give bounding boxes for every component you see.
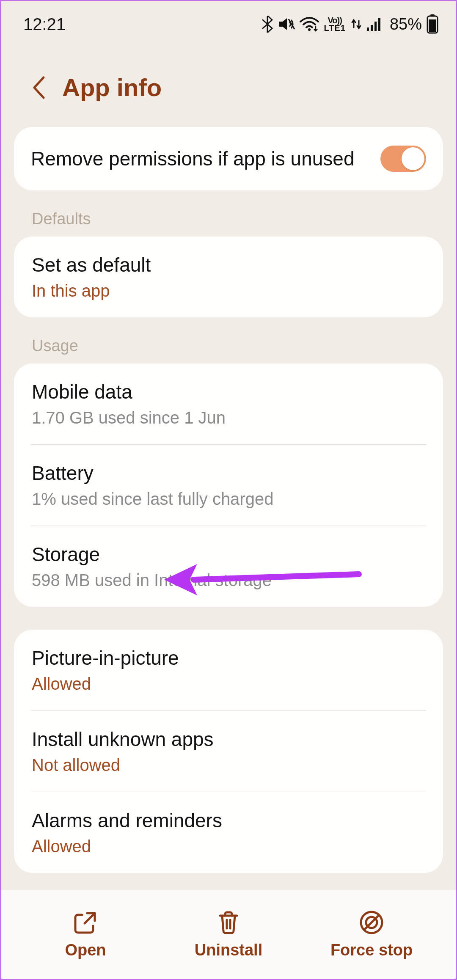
card-defaults: Set as default In this app xyxy=(14,237,443,317)
svg-point-1 xyxy=(308,28,311,31)
remove-permissions-title: Remove permissions if app is unused xyxy=(31,147,354,170)
mobile-data-title: Mobile data xyxy=(32,380,132,403)
storage-title: Storage xyxy=(32,543,100,566)
row-remove-permissions[interactable]: Remove permissions if app is unused xyxy=(14,127,443,190)
card-usage: Mobile data 1.70 GB used since 1 Jun Bat… xyxy=(14,363,443,607)
page-title: App info xyxy=(62,73,162,102)
set-as-default-sub: In this app xyxy=(32,281,110,300)
open-icon xyxy=(73,910,98,935)
header: App info xyxy=(1,39,456,127)
svg-rect-4 xyxy=(374,22,377,31)
bottom-bar: Open Uninstall Force stop xyxy=(1,890,456,979)
card-remove-permissions: Remove permissions if app is unused xyxy=(14,127,443,190)
data-arrows-icon xyxy=(351,16,362,33)
set-as-default-title: Set as default xyxy=(32,253,151,276)
battery-title: Battery xyxy=(32,462,94,484)
section-defaults-label: Defaults xyxy=(32,210,456,228)
open-label: Open xyxy=(65,941,106,959)
back-icon[interactable] xyxy=(31,76,46,99)
status-icons: Vo)) LTE1 85% xyxy=(262,14,439,34)
status-time: 12:21 xyxy=(23,15,66,34)
volte-icon: Vo)) LTE1 xyxy=(324,17,346,32)
row-storage[interactable]: Storage 598 MB used in Internal storage xyxy=(14,526,443,607)
section-usage-label: Usage xyxy=(32,337,456,355)
pip-title: Picture-in-picture xyxy=(32,647,179,669)
force-stop-label: Force stop xyxy=(330,941,413,959)
svg-rect-5 xyxy=(378,18,380,31)
status-bar: 12:21 Vo)) LTE1 xyxy=(1,1,456,39)
battery-percent: 85% xyxy=(390,15,422,33)
alarms-title: Alarms and reminders xyxy=(32,809,222,832)
uninstall-label: Uninstall xyxy=(195,941,262,959)
row-mobile-data[interactable]: Mobile data 1.70 GB used since 1 Jun xyxy=(14,363,443,444)
row-battery[interactable]: Battery 1% used since last fully charged xyxy=(14,445,443,526)
bluetooth-icon xyxy=(262,16,273,33)
battery-sub: 1% used since last fully charged xyxy=(32,490,273,509)
row-pip[interactable]: Picture-in-picture Allowed xyxy=(14,630,443,710)
open-button[interactable]: Open xyxy=(14,910,157,959)
mobile-data-sub: 1.70 GB used since 1 Jun xyxy=(32,408,226,427)
remove-permissions-toggle[interactable] xyxy=(380,146,426,172)
uninstall-button[interactable]: Uninstall xyxy=(157,910,300,959)
card-more: Picture-in-picture Allowed Install unkno… xyxy=(14,630,443,873)
row-unknown-apps[interactable]: Install unknown apps Not allowed xyxy=(14,711,443,792)
pip-sub: Allowed xyxy=(32,674,91,694)
force-stop-button[interactable]: Force stop xyxy=(300,910,443,959)
signal-icon xyxy=(366,16,383,33)
row-alarms[interactable]: Alarms and reminders Allowed xyxy=(14,792,443,873)
storage-sub: 598 MB used in Internal storage xyxy=(32,571,272,590)
alarms-sub: Allowed xyxy=(32,837,91,856)
stop-icon xyxy=(359,910,384,935)
trash-icon xyxy=(216,910,241,935)
wifi-icon xyxy=(300,16,319,33)
svg-rect-3 xyxy=(371,25,373,31)
svg-rect-2 xyxy=(367,28,369,31)
unknown-apps-sub: Not allowed xyxy=(32,756,120,775)
unknown-apps-title: Install unknown apps xyxy=(32,728,214,751)
row-set-as-default[interactable]: Set as default In this app xyxy=(14,237,443,317)
battery-icon xyxy=(426,14,439,34)
svg-rect-8 xyxy=(429,19,436,32)
mute-icon xyxy=(278,16,295,33)
